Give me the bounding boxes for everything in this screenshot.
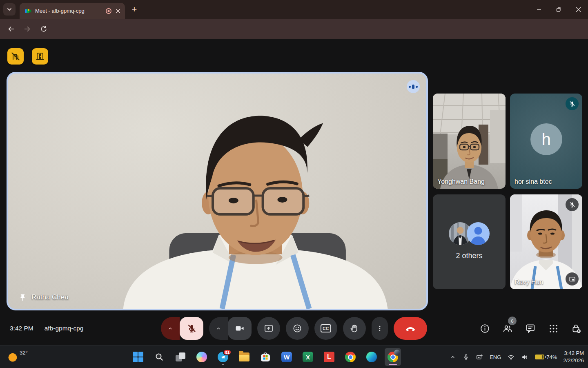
mic-control [161, 317, 203, 340]
edge-icon [366, 352, 377, 362]
building-slash-icon [11, 51, 20, 61]
end-call-button[interactable] [394, 317, 427, 340]
chrome-button[interactable] [342, 348, 359, 366]
studio-effects-icon[interactable] [476, 353, 483, 361]
meeting-panels: 6 [479, 323, 581, 334]
overlay-door-button[interactable] [32, 48, 48, 65]
camera-toggle-button[interactable] [228, 317, 252, 340]
pinned-name-chip: Ratha Chea [19, 293, 69, 301]
kebab-menu-icon [376, 325, 383, 332]
edge-button[interactable] [363, 348, 380, 366]
telegram-button[interactable]: 81 [215, 348, 231, 366]
participant-tile-sina[interactable]: h hor sina btec [510, 94, 582, 189]
weather-temp: 32° [20, 350, 28, 356]
l-app-button[interactable]: L [321, 348, 337, 366]
host-controls-button[interactable] [571, 323, 581, 334]
folder-icon [239, 352, 249, 361]
mic-mute-button[interactable] [180, 317, 203, 340]
taskbar-search-button[interactable] [151, 348, 167, 366]
wifi-icon[interactable] [507, 353, 515, 361]
meeting-info: 3:42 PM afb-gpmq-cpg [10, 325, 83, 332]
chrome-icon [345, 352, 356, 362]
minimize-icon [537, 7, 541, 12]
present-button[interactable] [257, 317, 280, 340]
captions-button[interactable]: CC [314, 317, 337, 340]
tile-options-button[interactable] [407, 80, 420, 93]
start-button[interactable] [130, 348, 146, 366]
chevron-up-icon [167, 325, 174, 332]
meet-favicon-icon [24, 7, 32, 15]
meeting-details-button[interactable] [479, 323, 490, 334]
pinned-video-tile[interactable]: Ratha Chea [7, 72, 428, 310]
reload-button[interactable] [37, 22, 51, 36]
participant-tile-yonghwan[interactable]: Yonghwan Bang [433, 94, 506, 189]
back-button[interactable] [4, 22, 18, 36]
chevron-up-icon [215, 325, 222, 332]
tray-chevron-up-icon[interactable] [449, 353, 457, 361]
window-minimize-button[interactable] [529, 0, 549, 19]
camera-options-button[interactable] [209, 317, 228, 340]
overlay-building-button[interactable] [7, 48, 24, 65]
chevron-down-icon [6, 6, 13, 13]
windows-taskbar: 32° 8 [0, 345, 588, 368]
word-button[interactable]: W [278, 348, 295, 366]
copilot-button[interactable] [194, 348, 210, 366]
picture-in-picture-button[interactable] [566, 272, 579, 285]
task-view-button[interactable] [172, 348, 189, 366]
tab-close-icon[interactable] [115, 8, 121, 14]
cc-icon: CC [321, 324, 331, 332]
participant-count-badge: 6 [508, 317, 517, 325]
tray-mic-icon[interactable] [463, 354, 470, 361]
participant-video-feed [433, 94, 506, 189]
participant-tile-ravy[interactable]: Ravy Hun [510, 194, 582, 289]
volume-icon[interactable] [521, 353, 529, 361]
meeting-code: afb-gpmq-cpg [45, 325, 84, 332]
taskbar-clock[interactable]: 3:42 PM 2/2/2026 [563, 350, 584, 364]
mic-options-button[interactable] [161, 317, 180, 340]
browser-tabstrip: Meet - afb-gpmq-cpg + [0, 0, 588, 19]
chat-panel-button[interactable] [525, 323, 536, 334]
chrome-profile-badge [394, 350, 400, 356]
tab-search-button[interactable] [3, 3, 16, 16]
task-view-icon [176, 352, 185, 362]
reactions-button[interactable] [286, 317, 309, 340]
raise-hand-button[interactable] [343, 317, 366, 340]
file-explorer-button[interactable] [236, 348, 252, 366]
taskbar-apps: 81 W X L [130, 346, 401, 368]
browser-tab-meet[interactable]: Meet - afb-gpmq-cpg [20, 3, 125, 19]
language-indicator[interactable]: ENG [490, 354, 501, 360]
participant-avatar: h [530, 123, 562, 155]
word-icon: W [281, 352, 292, 362]
excel-icon: X [303, 352, 313, 362]
default-person-avatar [467, 222, 490, 245]
microsoft-store-button[interactable] [257, 348, 274, 366]
store-icon [261, 352, 270, 362]
door-icon [35, 51, 45, 61]
l-app-icon: L [324, 352, 334, 362]
telegram-notification-badge: 81 [223, 349, 232, 355]
host-controls-lock-icon [571, 323, 581, 334]
muted-mic-badge [566, 198, 579, 211]
window-maximize-button[interactable] [549, 0, 568, 19]
battery-percent: 74% [546, 354, 557, 360]
activities-button[interactable] [548, 323, 559, 334]
participant-name: Ravy Hun [514, 279, 543, 286]
chrome-active-window-button[interactable] [385, 348, 401, 366]
overflow-tile-others[interactable]: 2 others [433, 194, 506, 289]
apps-grid-icon [548, 323, 559, 334]
battery-indicator[interactable]: 74% [535, 354, 557, 360]
video-camera-icon [235, 323, 245, 333]
camera-control [209, 317, 252, 340]
forward-button[interactable] [20, 22, 34, 36]
pin-icon [19, 294, 27, 301]
tab-recording-icon [105, 8, 112, 14]
more-options-button[interactable] [372, 317, 388, 340]
weather-widget[interactable]: 32° [7, 346, 28, 368]
divider [39, 325, 39, 332]
pip-icon [569, 276, 576, 283]
participant-name: Yonghwan Bang [437, 178, 485, 185]
window-close-button[interactable] [568, 0, 588, 19]
excel-button[interactable]: X [300, 348, 316, 366]
new-tab-button[interactable]: + [128, 3, 140, 16]
people-panel-button[interactable]: 6 [502, 323, 513, 334]
